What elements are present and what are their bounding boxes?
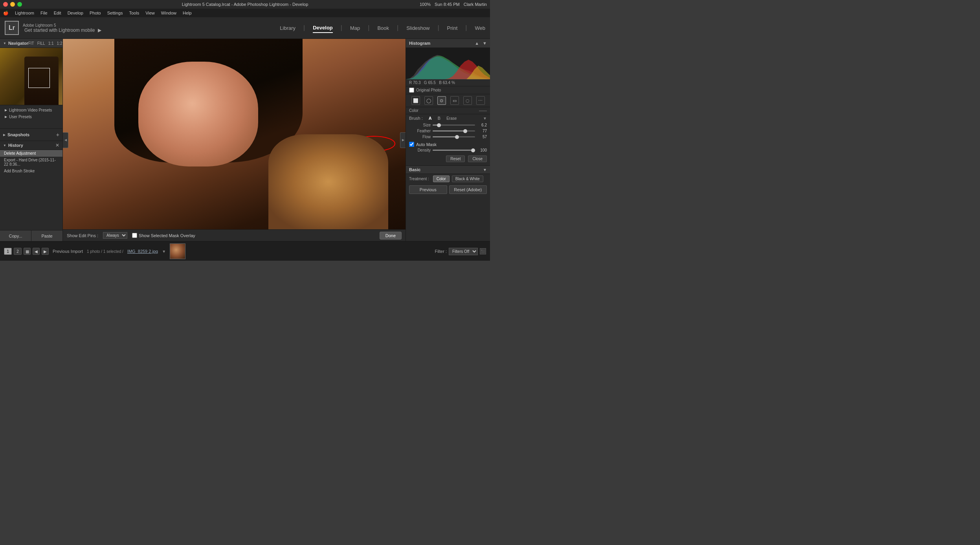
feather-slider-track[interactable] xyxy=(433,130,475,132)
filmstrip-page2[interactable]: 2 xyxy=(14,248,22,255)
right-panel: Histogram ▲ ▼ R 70.3 xyxy=(406,39,490,241)
menu-window[interactable]: Window xyxy=(161,11,176,15)
filter-select[interactable]: Filters Off xyxy=(449,248,478,255)
tab-develop[interactable]: Develop xyxy=(313,23,333,33)
density-slider-thumb[interactable] xyxy=(471,148,475,152)
brush-tab-erase[interactable]: Erase xyxy=(446,116,457,121)
menu-apple[interactable]: 🍎 xyxy=(3,11,9,16)
previous-button[interactable]: Previous xyxy=(409,185,447,194)
flow-slider-track[interactable] xyxy=(433,136,475,137)
filmstrip-grid-icon[interactable]: ▦ xyxy=(24,248,31,255)
flow-slider-thumb[interactable] xyxy=(455,135,459,139)
show-mask-overlay-checkbox: Show Selected Mask Overlay xyxy=(132,233,195,238)
one-to-one-option[interactable]: 1:1 xyxy=(48,41,54,46)
histogram-expand-icon[interactable]: ▲ xyxy=(475,41,479,46)
history-item-export[interactable]: Export - Hard Drive (2015-11-22 8:36... xyxy=(0,157,62,168)
tab-slideshow[interactable]: Slideshow xyxy=(406,24,429,33)
original-photo-checkbox[interactable] xyxy=(409,88,414,93)
show-mask-checkbox-input[interactable] xyxy=(132,233,137,238)
tab-book[interactable]: Book xyxy=(377,24,389,33)
maximize-window-button[interactable] xyxy=(17,2,22,7)
brush-dropdown-icon[interactable]: ▼ xyxy=(483,116,487,121)
history-item-brush[interactable]: Add Brush Stroke xyxy=(0,168,62,174)
menu-tools[interactable]: Tools xyxy=(129,11,139,15)
history-collapse-icon: ▼ xyxy=(3,144,6,147)
navigator-section: ▼ Navigator FIT FILL 1:1 1:2 xyxy=(0,39,62,105)
crop-tool-icon[interactable]: ⬜ xyxy=(411,96,420,105)
navigator-zoom-box[interactable] xyxy=(28,68,50,88)
photo-dog xyxy=(268,134,388,230)
filmstrip-next-arrow[interactable]: ▶ xyxy=(42,248,49,255)
graduated-filter-icon[interactable]: ▭ xyxy=(450,96,459,105)
menu-help[interactable]: Help xyxy=(183,11,192,15)
menu-develop[interactable]: Develop xyxy=(68,11,83,15)
reset-adobe-button[interactable]: Reset (Adobe) xyxy=(449,185,487,194)
density-slider-track[interactable] xyxy=(433,150,475,151)
brush-tab-b[interactable]: B xyxy=(438,116,440,121)
brush-tabs: Brush : A B Erase ▼ xyxy=(409,116,487,121)
tab-web[interactable]: Web xyxy=(475,24,486,33)
radial-filter-icon[interactable]: ◌ xyxy=(463,96,472,105)
traffic-lights xyxy=(3,2,22,7)
done-button[interactable]: Done xyxy=(380,232,402,240)
filmstrip-page1[interactable]: 1 xyxy=(4,248,12,255)
close-window-button[interactable] xyxy=(3,2,8,7)
filmstrip-expand-icon[interactable]: ⬛ xyxy=(480,248,486,254)
show-edit-pins-select[interactable]: Always xyxy=(103,232,127,239)
auto-mask-checkbox[interactable] xyxy=(409,142,414,147)
snapshots-header[interactable]: ▶ Snapshots + xyxy=(0,130,62,139)
menu-settings[interactable]: Settings xyxy=(107,11,123,15)
show-edit-pins-label: Show Edit Pins : xyxy=(67,233,98,238)
red-eye-tool-icon[interactable]: ⋯ xyxy=(476,96,485,105)
user-display: Clark Martin xyxy=(464,2,487,7)
reset-button[interactable]: Reset xyxy=(446,155,465,162)
treatment-color-button[interactable]: Color xyxy=(433,176,450,182)
menu-lightroom[interactable]: Lightroom xyxy=(15,11,34,15)
feather-slider-thumb[interactable] xyxy=(463,129,467,133)
treatment-bw-button[interactable]: Black & White xyxy=(452,176,483,182)
tab-print[interactable]: Print xyxy=(447,24,458,33)
get-started-arrow[interactable]: ▶ xyxy=(98,27,101,33)
fill-option[interactable]: FILL xyxy=(37,41,45,46)
menu-edit[interactable]: Edit xyxy=(54,11,61,15)
navigator-header[interactable]: ▼ Navigator FIT FILL 1:1 1:2 xyxy=(0,39,62,48)
collapse-left-panel-button[interactable]: ◀ xyxy=(63,132,68,148)
histogram-chart xyxy=(406,48,490,79)
spot-removal-tool-icon[interactable]: ◯ xyxy=(424,96,433,105)
flow-slider-value: 57 xyxy=(477,135,487,139)
fit-option[interactable]: FIT xyxy=(28,41,34,46)
history-clear-button[interactable]: ✕ xyxy=(55,143,59,148)
auto-mask-label[interactable]: Auto Mask xyxy=(416,142,437,147)
brush-tab-a[interactable]: A xyxy=(429,116,432,121)
size-slider-track[interactable] xyxy=(433,124,475,126)
density-slider-row: Density 100 xyxy=(409,148,487,152)
histogram-collapse-icon[interactable]: ▼ xyxy=(483,41,487,46)
zoom-level[interactable]: 1:2 xyxy=(57,41,62,46)
menu-view[interactable]: View xyxy=(145,11,155,15)
tab-map[interactable]: Map xyxy=(350,24,360,33)
tab-library[interactable]: Library xyxy=(280,24,295,33)
basic-header[interactable]: Basic ▼ xyxy=(406,166,490,174)
adjustment-brush-tool-icon[interactable]: ⊙ xyxy=(437,96,446,105)
paste-button[interactable]: Paste xyxy=(31,230,62,241)
color-label: Color xyxy=(409,108,418,113)
menu-file[interactable]: File xyxy=(40,11,48,15)
filename[interactable]: IMG_8259 2.jpg xyxy=(127,249,158,254)
film-thumbnail[interactable] xyxy=(170,243,185,259)
minimize-window-button[interactable] xyxy=(10,2,15,7)
menu-photo[interactable]: Photo xyxy=(90,11,101,15)
center-content: Show Edit Pins : Always Show Selected Ma… xyxy=(63,39,406,241)
history-item-delete[interactable]: Delete Adjustment xyxy=(0,150,62,157)
snapshots-add-button[interactable]: + xyxy=(56,132,59,138)
filmstrip-prev-arrow[interactable]: ◀ xyxy=(33,248,40,255)
size-slider-thumb[interactable] xyxy=(437,123,441,127)
feather-slider-fill xyxy=(433,130,465,132)
close-button[interactable]: Close xyxy=(468,155,487,162)
collapse-right-panel-button[interactable]: ▶ xyxy=(400,132,406,148)
density-slider-value: 100 xyxy=(477,148,487,152)
filename-dropdown-icon[interactable]: ▼ xyxy=(162,249,166,254)
preset-user[interactable]: ▶ User Presets xyxy=(0,113,62,120)
copy-button[interactable]: Copy... xyxy=(0,230,31,241)
preset-lightroom-video[interactable]: ▶ Lightroom Video Presets xyxy=(0,107,62,113)
histogram-area xyxy=(406,48,490,79)
